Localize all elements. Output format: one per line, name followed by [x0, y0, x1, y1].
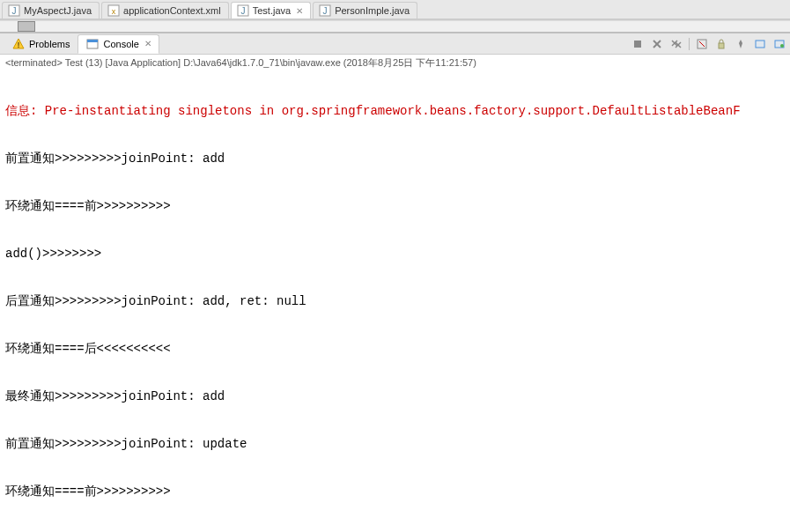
console-line: 最终通知>>>>>>>>>joinPoint: add	[5, 388, 785, 404]
svg-rect-16	[634, 41, 641, 48]
console-line: 环绕通知====前>>>>>>>>>>	[5, 484, 785, 499]
tab-problems[interactable]: ! Problems	[4, 34, 78, 54]
warning-icon: !	[11, 37, 26, 51]
svg-line-24	[699, 41, 705, 47]
clear-console-icon[interactable]	[695, 37, 709, 51]
pin-console-icon[interactable]	[734, 37, 748, 51]
svg-rect-15	[87, 40, 98, 42]
remove-all-launch-icon[interactable]	[669, 37, 683, 51]
xml-file-icon: x	[107, 4, 120, 17]
java-file-icon: J	[319, 4, 331, 17]
close-icon[interactable]: ✕	[296, 6, 303, 16]
open-console-icon[interactable]	[772, 37, 786, 51]
tab-personimple[interactable]: J PersonImple.java	[313, 2, 417, 18]
console-toolbar	[631, 37, 786, 51]
scrollbar-thumb[interactable]	[18, 21, 35, 32]
horizontal-scrollbar[interactable]	[0, 20, 790, 32]
svg-rect-26	[756, 41, 764, 48]
console-line: 前置通知>>>>>>>>>joinPoint: add	[5, 151, 785, 166]
tab-label: Problems	[29, 39, 70, 49]
tab-applicationcontext[interactable]: x applicationContext.xml	[101, 2, 229, 18]
separator	[689, 38, 690, 50]
console-line: 前置通知>>>>>>>>>joinPoint: update	[5, 436, 785, 452]
terminate-icon[interactable]	[631, 37, 645, 51]
console-line: 后置通知>>>>>>>>>joinPoint: add, ret: null	[5, 293, 785, 309]
svg-point-28	[780, 44, 784, 48]
editor-tabs-bar: J MyAspectJ.java x applicationContext.xm…	[0, 0, 790, 19]
svg-text:J: J	[240, 6, 245, 16]
remove-launch-icon[interactable]	[650, 37, 664, 51]
console-line: add()>>>>>>>>	[5, 246, 785, 262]
bottom-tabs-bar: ! Problems Console ✕	[0, 33, 790, 55]
tab-label: Console	[103, 39, 138, 49]
tab-label: applicationContext.xml	[123, 5, 221, 16]
close-icon[interactable]: ✕	[144, 39, 151, 48]
console-process-header: <terminated> Test (13) [Java Application…	[0, 55, 790, 71]
java-file-icon: J	[8, 4, 20, 17]
console-line: 环绕通知====后<<<<<<<<<<	[5, 341, 785, 357]
svg-rect-25	[719, 43, 724, 48]
svg-text:x: x	[112, 7, 116, 16]
console-icon	[85, 37, 100, 51]
console-line: 信息: Pre-instantiating singletons in org.…	[5, 103, 785, 119]
console-line: 环绕通知====前>>>>>>>>>>	[5, 198, 785, 214]
display-console-icon[interactable]	[753, 37, 767, 51]
svg-text:!: !	[18, 41, 20, 49]
tab-label: Test.java	[253, 5, 291, 16]
bottom-panel: ! Problems Console ✕ <terminated> Test (…	[0, 32, 790, 532]
tab-myaspectj[interactable]: J MyAspectJ.java	[2, 2, 100, 18]
scroll-lock-icon[interactable]	[714, 37, 728, 51]
tab-console[interactable]: Console ✕	[78, 34, 159, 54]
console-output[interactable]: 信息: Pre-instantiating singletons in org.…	[0, 71, 790, 532]
java-file-icon: J	[237, 4, 249, 17]
tab-label: PersonImple.java	[335, 5, 410, 16]
svg-text:J: J	[323, 6, 328, 16]
tab-label: MyAspectJ.java	[24, 5, 92, 16]
tab-test[interactable]: J Test.java ✕	[231, 2, 311, 18]
svg-text:J: J	[12, 6, 17, 16]
